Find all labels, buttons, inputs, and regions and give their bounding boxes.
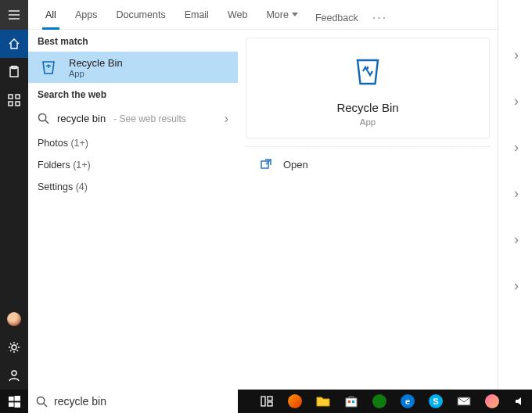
- recycle-bin-icon: [349, 52, 386, 90]
- svg-rect-17: [14, 402, 20, 408]
- result-subtitle: App: [69, 69, 123, 78]
- chevron-right-icon[interactable]: ›: [514, 185, 519, 202]
- category-folders[interactable]: Folders (1+): [28, 154, 238, 176]
- person-icon: [8, 369, 20, 382]
- taskbar-search[interactable]: [28, 390, 238, 413]
- search-icon: [36, 396, 48, 408]
- xbox-icon: [372, 394, 386, 408]
- chevron-right-icon[interactable]: ›: [514, 278, 519, 294]
- firefox-icon: [288, 394, 302, 408]
- store-icon: [344, 394, 358, 408]
- taskbar-file-explorer[interactable]: [311, 390, 335, 413]
- chevron-right-icon: ›: [225, 112, 228, 126]
- search-panel: All Apps Documents Email Web More Feedba…: [28, 0, 498, 390]
- home-icon: [8, 38, 20, 50]
- taskbar-apps: e S: [255, 390, 532, 413]
- start-button[interactable]: [0, 390, 28, 413]
- action-open-label: Open: [283, 159, 308, 171]
- snip-icon: [485, 394, 499, 408]
- taskbar-task-view[interactable]: [255, 390, 279, 413]
- sound-icon: [513, 394, 527, 408]
- edge-icon: e: [401, 394, 415, 408]
- taskbar-firefox[interactable]: [283, 390, 307, 413]
- search-input[interactable]: [54, 395, 230, 408]
- clipboard-icon: [9, 66, 20, 78]
- tab-documents[interactable]: Documents: [106, 0, 174, 30]
- background-page-chevrons: › › › › › ›: [501, 31, 532, 344]
- tab-apps[interactable]: Apps: [66, 0, 107, 30]
- svg-point-10: [12, 371, 16, 375]
- tab-more[interactable]: More: [257, 0, 307, 30]
- web-query: recycle bin: [57, 113, 106, 124]
- svg-rect-14: [9, 396, 14, 400]
- mail-icon: [457, 394, 471, 408]
- app-group-icon: [8, 94, 20, 106]
- svg-point-11: [38, 113, 45, 120]
- result-recycle-bin[interactable]: Recycle Bin App: [28, 52, 238, 83]
- taskbar-skype[interactable]: S: [424, 390, 448, 413]
- rail-account[interactable]: [0, 361, 28, 390]
- results-list: Best match Recycle Bin App Search the we…: [28, 30, 238, 390]
- search-icon: [38, 113, 49, 124]
- section-search-web: Search the web: [28, 83, 238, 105]
- result-detail-pane: Recycle Bin App Open: [238, 30, 498, 390]
- rail-apps[interactable]: [0, 86, 28, 114]
- svg-line-19: [44, 403, 47, 406]
- hamburger-button[interactable]: [0, 0, 28, 30]
- taskbar-xbox[interactable]: [368, 390, 391, 413]
- svg-rect-22: [268, 402, 272, 406]
- category-settings[interactable]: Settings (4): [28, 176, 238, 198]
- web-search-row[interactable]: recycle bin - See web results ›: [28, 105, 238, 132]
- feedback-link[interactable]: Feedback: [315, 13, 358, 23]
- svg-rect-7: [9, 102, 13, 106]
- category-photos[interactable]: Photos (1+): [28, 132, 238, 154]
- search-tabs: All Apps Documents Email Web More Feedba…: [28, 0, 498, 30]
- taskbar-edge[interactable]: e: [396, 390, 419, 413]
- chevron-down-icon: [292, 13, 298, 16]
- svg-rect-16: [9, 402, 14, 407]
- detail-subtitle: App: [360, 117, 376, 127]
- tab-email[interactable]: Email: [175, 0, 218, 30]
- svg-rect-23: [346, 398, 357, 407]
- taskbar-sound[interactable]: [509, 390, 532, 413]
- hamburger-icon: [8, 10, 20, 20]
- open-icon: [260, 158, 272, 171]
- action-open[interactable]: Open: [246, 153, 490, 175]
- svg-rect-25: [352, 400, 354, 403]
- taskbar: e S: [0, 390, 532, 413]
- svg-rect-5: [9, 95, 13, 99]
- svg-line-12: [45, 120, 49, 124]
- chevron-right-icon[interactable]: ›: [514, 93, 519, 110]
- detail-card: Recycle Bin App: [246, 38, 490, 138]
- skype-icon: S: [429, 394, 443, 408]
- tab-web[interactable]: Web: [218, 0, 257, 30]
- search-rail: [0, 0, 28, 390]
- windows-logo-icon: [9, 396, 20, 408]
- recycle-bin-icon: [38, 56, 59, 78]
- svg-rect-8: [16, 102, 20, 106]
- more-icon[interactable]: ···: [368, 11, 392, 25]
- rail-documents[interactable]: [0, 58, 28, 86]
- tab-all[interactable]: All: [36, 0, 66, 30]
- chevron-right-icon[interactable]: ›: [514, 139, 519, 156]
- svg-rect-15: [14, 396, 20, 401]
- taskbar-mail[interactable]: [452, 390, 476, 413]
- svg-rect-24: [348, 400, 350, 403]
- detail-actions: Open: [246, 146, 490, 175]
- gear-icon: [8, 341, 20, 354]
- svg-rect-21: [268, 397, 272, 400]
- chevron-right-icon[interactable]: ›: [514, 232, 519, 248]
- svg-rect-20: [261, 397, 265, 406]
- rail-home[interactable]: [0, 30, 28, 58]
- taskbar-snip[interactable]: [480, 390, 504, 413]
- svg-point-18: [37, 397, 44, 404]
- rail-avatar[interactable]: [0, 305, 28, 333]
- taskbar-store[interactable]: [340, 390, 363, 413]
- chevron-right-icon[interactable]: ›: [514, 47, 519, 63]
- section-best-match: Best match: [28, 30, 238, 52]
- svg-point-9: [12, 345, 16, 350]
- result-title: Recycle Bin: [69, 57, 123, 69]
- folder-icon: [316, 394, 330, 408]
- avatar: [7, 312, 21, 326]
- rail-settings[interactable]: [0, 333, 28, 361]
